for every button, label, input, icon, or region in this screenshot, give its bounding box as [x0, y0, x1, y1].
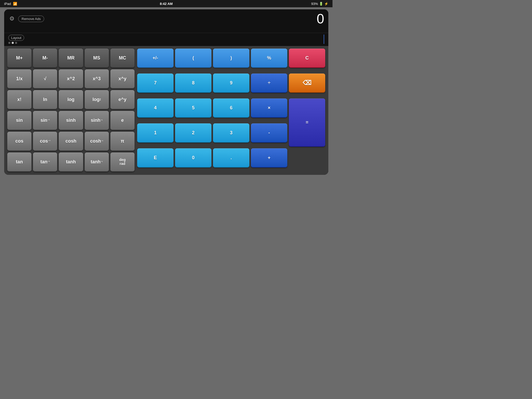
x2-button[interactable]: x^2 [59, 69, 83, 89]
plus-minus-button[interactable]: +/- [137, 49, 174, 68]
ln-button[interactable]: ln [33, 90, 57, 109]
exp-button[interactable]: E [137, 148, 174, 168]
status-time: 8:42 AM [160, 2, 172, 6]
tape-cursor [324, 35, 324, 44]
degrad-button[interactable]: degrad [110, 152, 135, 172]
sin-button[interactable]: sin [7, 111, 31, 130]
six-button[interactable]: 6 [213, 98, 249, 118]
four-button[interactable]: 4 [137, 98, 174, 118]
multiply-button[interactable]: × [251, 98, 287, 118]
tape-area: Layout [4, 33, 328, 46]
status-bar: iPad 📶 8:42 AM 93% 🔋 ⚡ [0, 0, 332, 7]
dot-1 [8, 42, 10, 44]
display-area: ⚙ Remove Ads 0 [4, 9, 328, 33]
equals-button[interactable]: = [289, 98, 325, 147]
log-button[interactable]: log [59, 90, 83, 109]
cosh-button[interactable]: cosh [59, 132, 83, 151]
dot-3 [15, 42, 17, 44]
wifi-icon: 📶 [13, 2, 17, 6]
xy-button[interactable]: x^y [110, 69, 135, 89]
divide-button[interactable]: ÷ [251, 74, 287, 93]
right-paren-button[interactable]: ) [213, 49, 249, 68]
tan-inv-button[interactable]: tan⁻¹ [33, 152, 57, 172]
pi-button[interactable]: π [110, 132, 135, 151]
backspace-button[interactable]: ⌫ [289, 74, 325, 93]
one-button[interactable]: 1 [137, 123, 174, 143]
five-button[interactable]: 5 [175, 98, 211, 118]
cos-inv-button[interactable]: cos⁻¹ [33, 132, 57, 151]
percent-button[interactable]: % [251, 49, 287, 68]
subtract-button[interactable]: - [251, 123, 287, 143]
sinh-button[interactable]: sinh [59, 111, 83, 130]
ey-button[interactable]: e^y [110, 90, 135, 109]
tan-button[interactable]: tan [7, 152, 31, 172]
battery-icon: 🔋 [319, 2, 323, 6]
tape-left: Layout [8, 35, 24, 44]
eight-button[interactable]: 8 [175, 74, 211, 93]
keypad: M+ M- MR MS MC 1/x √ x^2 x^3 x^y x! ln l… [4, 46, 328, 175]
two-button[interactable]: 2 [175, 123, 211, 143]
cosh-inv-button[interactable]: cosh⁻¹ [85, 132, 109, 151]
e-button[interactable]: e [110, 111, 135, 130]
nine-button[interactable]: 9 [213, 74, 249, 93]
tanh-button[interactable]: tanh [59, 152, 83, 172]
display-top-row: ⚙ Remove Ads 0 [8, 12, 324, 25]
seven-button[interactable]: 7 [137, 74, 174, 93]
layout-button[interactable]: Layout [8, 35, 24, 41]
factorial-button[interactable]: x! [7, 90, 31, 109]
scientific-keypad: M+ M- MR MS MC 1/x √ x^2 x^3 x^y x! ln l… [7, 49, 135, 172]
zero-button[interactable]: 0 [175, 148, 211, 168]
calculator: ⚙ Remove Ads 0 Layout M+ M- MR MS MC [4, 9, 328, 175]
cos-button[interactable]: cos [7, 132, 31, 151]
numeric-keypad: +/- ( ) % C 7 8 9 ÷ ⌫ 4 5 6 × = 1 2 3 - … [137, 49, 325, 172]
m-plus-button[interactable]: M+ [7, 49, 31, 68]
battery-percent: 93% [311, 2, 318, 6]
mr-button[interactable]: MR [59, 49, 83, 68]
page-dots [8, 42, 24, 44]
status-left: iPad 📶 [4, 2, 17, 6]
mc-button[interactable]: MC [110, 49, 135, 68]
left-paren-button[interactable]: ( [175, 49, 211, 68]
inverse-button[interactable]: 1/x [7, 69, 31, 89]
clear-button[interactable]: C [289, 49, 325, 68]
dot-2 [12, 42, 14, 44]
ms-button[interactable]: MS [85, 49, 109, 68]
device-label: iPad [4, 2, 11, 6]
log2-button[interactable]: log2 [85, 90, 109, 109]
sqrt-button[interactable]: √ [33, 69, 57, 89]
sinh-inv-button[interactable]: sinh⁻¹ [85, 111, 109, 130]
decimal-button[interactable]: . [213, 148, 249, 168]
status-right: 93% 🔋 ⚡ [311, 2, 328, 6]
x3-button[interactable]: x^3 [85, 69, 109, 89]
display-value: 0 [317, 12, 324, 25]
settings-button[interactable]: ⚙ [8, 14, 16, 23]
sin-inv-button[interactable]: sin⁻¹ [33, 111, 57, 130]
three-button[interactable]: 3 [213, 123, 249, 143]
m-minus-button[interactable]: M- [33, 49, 57, 68]
charging-icon: ⚡ [324, 2, 328, 6]
remove-ads-button[interactable]: Remove Ads [18, 16, 44, 22]
tanh-inv-button[interactable]: tanh⁻¹ [85, 152, 109, 172]
add-button[interactable]: + [251, 148, 287, 168]
